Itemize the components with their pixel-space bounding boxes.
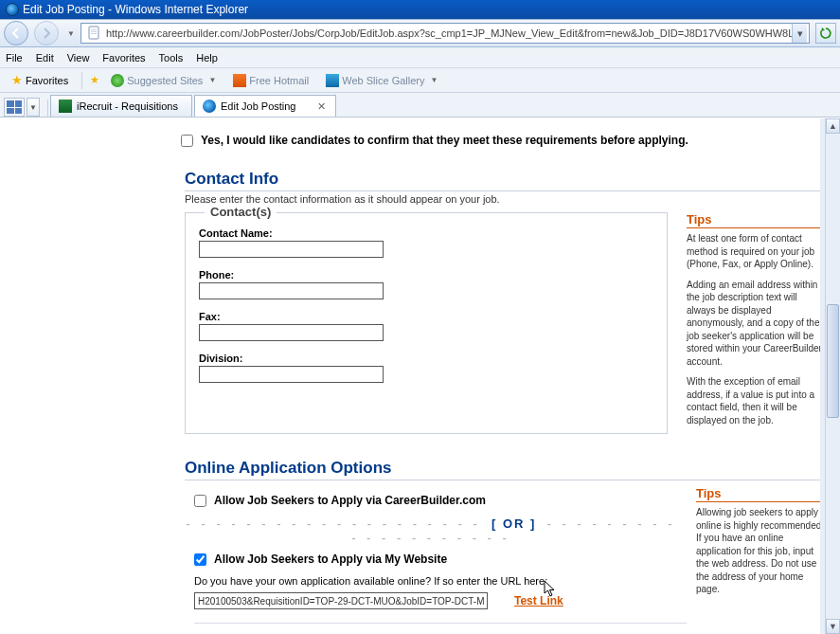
svg-rect-3 [91, 33, 97, 34]
separator [81, 72, 82, 89]
tab-label: Edit Job Posting [221, 100, 296, 112]
vertical-scrollbar[interactable]: ▲ ▼ [825, 118, 840, 634]
contact-name-input[interactable] [199, 241, 384, 258]
slice-icon [326, 74, 339, 87]
tab-edit-job-posting[interactable]: Edit Job Posting ✕ [194, 95, 336, 117]
phone-label: Phone: [199, 269, 653, 281]
phone-input[interactable] [199, 282, 384, 299]
window-title: Edit Job Posting - Windows Internet Expl… [23, 3, 248, 16]
test-link[interactable]: Test Link [514, 594, 563, 607]
scroll-up-arrow[interactable]: ▲ [826, 118, 840, 134]
tab-irecruit[interactable]: iRecruit - Requisitions [50, 95, 192, 117]
scroll-down-arrow[interactable]: ▼ [826, 619, 840, 634]
contact-info-heading: Contact Info [185, 170, 829, 191]
apply-careerbuilder-checkbox[interactable] [194, 495, 206, 507]
tab-label: iRecruit - Requisitions [77, 100, 178, 112]
contact-name-label: Contact Name: [199, 227, 653, 239]
svg-rect-1 [91, 29, 97, 30]
tips-paragraph: At least one form of contact method is r… [687, 232, 829, 271]
menu-edit[interactable]: Edit [36, 52, 54, 63]
menu-tools[interactable]: Tools [159, 52, 184, 63]
tips-text: At least one form of contact method is r… [687, 232, 829, 426]
nav-toolbar: ▼ ▾ [0, 19, 840, 47]
tab-bar: ▼ iRecruit - Requisitions Edit Job Posti… [0, 93, 840, 118]
hotmail-icon [233, 74, 246, 87]
web-slice-link[interactable]: Web Slice Gallery ▼ [320, 72, 443, 89]
tips-heading: Tips [687, 212, 829, 228]
star-icon: ★ [11, 73, 23, 87]
tips-paragraph: Allowing job seekers to apply online is … [696, 506, 829, 596]
division-label: Division: [199, 353, 653, 364]
svg-rect-2 [91, 31, 97, 32]
favorites-toolbar: ★ Favorites ★ Suggested Sites ▼ Free Hot… [0, 68, 840, 93]
scroll-thumb[interactable] [827, 304, 839, 418]
fax-label: Fax: [199, 311, 653, 322]
apply-mywebsite-label: Allow Job Seekers to Apply via My Websit… [214, 552, 447, 566]
suggested-sites-link[interactable]: Suggested Sites ▼ [105, 72, 222, 89]
page-content: Yes, I would like candidates to confirm … [0, 118, 835, 634]
menu-file[interactable]: File [6, 52, 23, 63]
tips-heading: Tips [696, 486, 829, 502]
tips-paragraph: Adding an email address within the job d… [687, 279, 829, 369]
forward-button[interactable] [34, 21, 59, 45]
contacts-legend: Contact(s) [205, 205, 277, 219]
division-input[interactable] [199, 366, 384, 383]
chevron-down-icon: ▼ [430, 76, 438, 84]
quick-tabs-button[interactable] [4, 98, 25, 117]
favorites-label: Favorites [26, 75, 68, 86]
menu-favorites[interactable]: Favorites [102, 52, 145, 63]
confirm-requirements-checkbox[interactable] [181, 135, 193, 147]
free-hotmail-link[interactable]: Free Hotmail [227, 72, 314, 89]
separator [47, 100, 48, 117]
svg-rect-0 [89, 27, 98, 39]
fax-input[interactable] [199, 324, 384, 341]
tips-paragraph: With the exception of email address, if … [687, 375, 829, 426]
back-button[interactable] [4, 21, 28, 45]
confirm-requirements-label: Yes, I would like candidates to confirm … [201, 134, 688, 147]
menu-view[interactable]: View [67, 52, 90, 63]
contact-info-subtext: Please enter the contact information as … [185, 193, 829, 205]
menu-bar: File Edit View Favorites Tools Help [0, 47, 840, 68]
apply-careerbuilder-label: Allow Job Seekers to Apply via CareerBui… [214, 494, 486, 507]
refresh-button[interactable] [815, 23, 836, 44]
apply-mywebsite-checkbox[interactable] [194, 553, 206, 566]
page-icon [87, 26, 102, 41]
tips-text: Allowing job seekers to apply online is … [696, 506, 829, 596]
suggested-label: Suggested Sites [127, 75, 203, 86]
window-title-bar: Edit Job Posting - Windows Internet Expl… [0, 0, 840, 19]
address-bar[interactable]: ▾ [80, 23, 810, 44]
online-application-heading: Online Application Options [185, 459, 829, 480]
star-small-icon: ★ [90, 74, 99, 86]
or-divider: - - - - - - - - - - - - - - - - - - - - … [185, 516, 677, 545]
careerbuilder-icon [203, 100, 216, 113]
close-icon[interactable]: ✕ [314, 100, 328, 113]
globe-icon [111, 74, 124, 87]
address-input[interactable] [106, 27, 792, 39]
nav-history-dropdown[interactable]: ▼ [67, 29, 75, 38]
address-dropdown[interactable]: ▾ [792, 24, 807, 43]
url-question: Do you have your own application availab… [194, 575, 677, 587]
slice-label: Web Slice Gallery [342, 75, 424, 86]
chevron-down-icon: ▼ [208, 76, 216, 84]
tab-list-dropdown[interactable]: ▼ [27, 98, 40, 117]
hotmail-label: Free Hotmail [249, 75, 309, 86]
application-url-input[interactable] [194, 592, 488, 609]
scroll-track[interactable] [826, 134, 840, 619]
favorites-button[interactable]: ★ Favorites [6, 71, 74, 89]
ie-icon [6, 3, 19, 16]
menu-help[interactable]: Help [196, 52, 218, 63]
recruit-icon [59, 100, 72, 113]
